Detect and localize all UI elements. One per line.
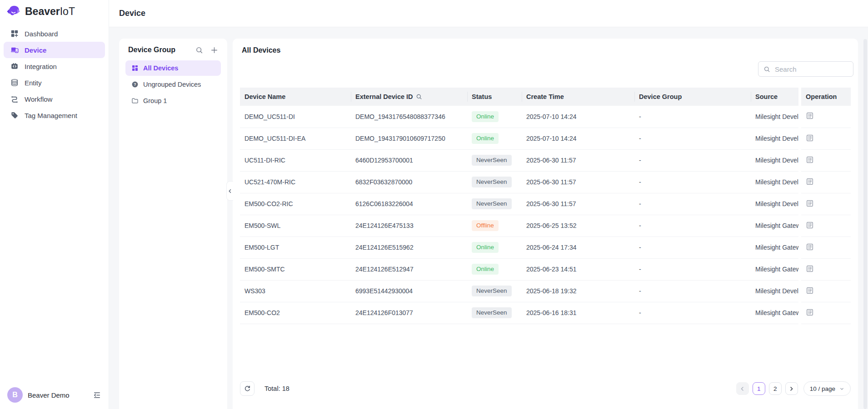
sidebar-item-entity[interactable]: Entity — [4, 74, 105, 91]
cell-external-id: 24E124126E515962 — [351, 237, 467, 258]
status-badge: Online — [472, 111, 499, 122]
cell-create-time: 2025-06-18 19:32 — [522, 280, 634, 302]
page-size-value: 10 / page — [810, 385, 835, 392]
page-button-1[interactable]: 1 — [753, 382, 765, 395]
cell-status: Online — [467, 258, 522, 280]
refresh-button[interactable] — [240, 381, 254, 396]
group-search-icon[interactable] — [195, 46, 203, 54]
detail-icon[interactable] — [806, 134, 814, 142]
cell-operation — [800, 215, 851, 237]
column-header-create-time: Create Time — [522, 88, 634, 106]
cell-device-name: DEMO_UC511-DI-EA — [240, 128, 351, 149]
cell-device-group: - — [634, 215, 751, 237]
detail-icon[interactable] — [806, 265, 814, 273]
cell-status: NeverSeen — [467, 149, 522, 171]
group-item-ungrouped-devices[interactable]: ?Ungrouped Devices — [125, 77, 221, 92]
refresh-icon — [244, 385, 251, 392]
cell-external-id: DEMO_1943176548088377346 — [351, 106, 467, 128]
chevron-left-icon — [739, 386, 745, 392]
cell-source: Milesight Gatew — [751, 302, 800, 324]
cell-device-name: UC511-DI-RIC — [240, 149, 351, 171]
cell-device-group: - — [634, 128, 751, 149]
next-page-button[interactable] — [785, 382, 798, 395]
cell-operation — [800, 128, 851, 149]
dashboard-icon — [10, 30, 19, 38]
cell-status: Offline — [467, 215, 522, 237]
pagination: 12 — [733, 382, 798, 395]
sidebar-item-workflow[interactable]: Workflow — [4, 91, 105, 107]
detail-icon[interactable] — [806, 308, 814, 316]
sidebar-collapse-icon[interactable] — [93, 391, 101, 399]
tag-icon — [10, 111, 19, 119]
cell-source: Milesight Devel — [751, 106, 800, 128]
sidebar-item-integration[interactable]: Integration — [4, 58, 105, 74]
detail-icon[interactable] — [806, 177, 814, 186]
table-row: UC511-DI-RIC6460D12953700001NeverSeen202… — [240, 149, 851, 171]
cell-create-time: 2025-06-16 18:31 — [522, 302, 634, 324]
table-row: WS3036993E51442930004NeverSeen2025-06-18… — [240, 280, 851, 302]
cell-operation — [800, 280, 851, 302]
detail-icon[interactable] — [806, 243, 814, 251]
search-icon — [763, 66, 770, 73]
cell-external-id: 24E124126F013077 — [351, 302, 467, 324]
device-list-panel: All Devices Device NameExternal Device I… — [233, 39, 858, 409]
status-badge: NeverSeen — [472, 307, 512, 318]
sidebar-item-dashboard[interactable]: Dashboard — [4, 25, 105, 42]
page-title: Device — [119, 9, 145, 18]
cell-source: Milesight Gatew — [751, 237, 800, 258]
cell-create-time: 2025-06-25 13:52 — [522, 215, 634, 237]
cell-source: Milesight Devel — [751, 149, 800, 171]
detail-icon[interactable] — [806, 221, 814, 229]
sidebar-item-label: Dashboard — [25, 30, 58, 38]
prev-page-button[interactable] — [736, 382, 749, 395]
detail-icon[interactable] — [806, 286, 814, 295]
cell-create-time: 2025-06-24 17:34 — [522, 237, 634, 258]
cell-external-id: 6832F03632870000 — [351, 171, 467, 193]
page-size-select[interactable]: 10 / page — [803, 381, 851, 396]
cell-create-time: 2025-06-30 11:57 — [522, 193, 634, 215]
add-group-icon[interactable] — [210, 46, 218, 54]
detail-icon[interactable] — [806, 112, 814, 120]
page-button-2[interactable]: 2 — [769, 382, 782, 395]
cell-status: Online — [467, 237, 522, 258]
status-badge: Online — [472, 133, 499, 144]
column-search-icon[interactable] — [416, 94, 422, 100]
sidebar-item-tag-management[interactable]: Tag Management — [4, 107, 105, 123]
group-item-label: Group 1 — [143, 97, 167, 104]
cell-external-id: 6126C06183226004 — [351, 193, 467, 215]
device-list-title: All Devices — [233, 39, 858, 54]
cell-device-group: - — [634, 258, 751, 280]
detail-icon[interactable] — [806, 156, 814, 164]
chevron-right-icon — [788, 386, 794, 392]
cell-device-name: EM500-LGT — [240, 237, 351, 258]
cell-external-id: DEMO_1943179010609717250 — [351, 128, 467, 149]
column-header-device-name: Device Name — [240, 88, 351, 106]
sidebar-item-label: Workflow — [25, 95, 52, 103]
device-group-list: All Devices?Ungrouped DevicesGroup 1 — [119, 59, 227, 111]
brand-name: BeaverIoT — [25, 5, 75, 18]
cell-status: Online — [467, 128, 522, 149]
cell-device-group: - — [634, 237, 751, 258]
cell-external-id: 24E124126E512947 — [351, 258, 467, 280]
cell-source: Milesight Devel — [751, 171, 800, 193]
cell-device-name: EM500-CO2 — [240, 302, 351, 324]
cell-status: NeverSeen — [467, 280, 522, 302]
vertical-scrollbar[interactable] — [863, 39, 867, 409]
search-input[interactable] — [774, 65, 848, 74]
device-group-header: Device Group — [119, 39, 227, 59]
detail-icon[interactable] — [806, 199, 814, 207]
device-group-panel: Device Group All Devices?Ungrouped Devic… — [119, 39, 227, 409]
user-name: Beaver Demo — [28, 391, 88, 399]
cell-source: Milesight Gatew — [751, 215, 800, 237]
group-item-all-devices[interactable]: All Devices — [125, 60, 221, 76]
cell-external-id: 6460D12953700001 — [351, 149, 467, 171]
cell-device-group: - — [634, 149, 751, 171]
panel-collapse-handle[interactable] — [226, 181, 233, 201]
group-item-group-1[interactable]: Group 1 — [125, 93, 221, 108]
sidebar-item-device[interactable]: Device — [4, 42, 105, 58]
sidebar-item-label: Device — [25, 46, 46, 54]
cell-operation — [800, 258, 851, 280]
status-badge: NeverSeen — [472, 286, 512, 296]
cell-device-name: EM500-SMTC — [240, 258, 351, 280]
cell-operation — [800, 302, 851, 324]
